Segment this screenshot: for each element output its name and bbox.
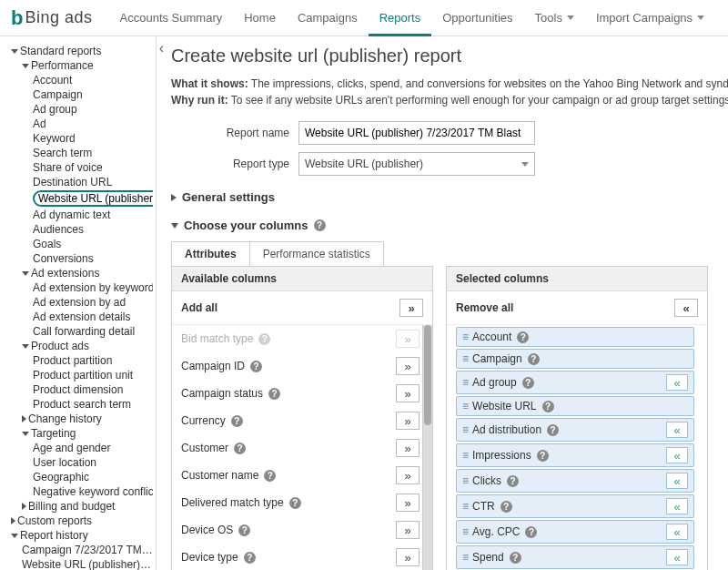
selected-column-account[interactable]: ≡Account? <box>456 327 694 347</box>
sidebar-prod-search-term[interactable]: Product search term <box>7 397 153 412</box>
drag-handle-icon[interactable]: ≡ <box>462 449 467 462</box>
selected-column-impressions[interactable]: ≡Impressions?« <box>456 443 694 467</box>
add-column-button[interactable]: » <box>396 548 420 566</box>
sidebar-performance[interactable]: Performance <box>7 58 153 73</box>
remove-column-button[interactable]: « <box>666 374 688 391</box>
selected-column-ad-distribution[interactable]: ≡Ad distribution?« <box>456 418 694 442</box>
help-icon[interactable]: ? <box>510 552 521 564</box>
sidebar-campaign[interactable]: Campaign <box>7 87 153 102</box>
sidebar-goals[interactable]: Goals <box>7 237 153 251</box>
sidebar-user-location[interactable]: User location <box>7 455 153 470</box>
drag-handle-icon[interactable]: ≡ <box>462 331 467 343</box>
selected-column-clicks[interactable]: ≡Clicks?« <box>456 469 694 493</box>
help-icon[interactable]: ? <box>500 501 512 513</box>
sidebar-collapse-button[interactable]: ‹ <box>159 40 164 56</box>
remove-column-button[interactable]: « <box>666 524 688 540</box>
drag-handle-icon[interactable]: ≡ <box>462 423 467 436</box>
sidebar-change-history[interactable]: Change history <box>7 412 153 426</box>
sidebar-share-of-voice[interactable]: Share of voice <box>7 160 153 175</box>
add-column-button[interactable]: » <box>396 384 420 402</box>
nav-campaigns[interactable]: Campaigns <box>287 0 369 36</box>
add-column-button[interactable]: » <box>396 439 420 457</box>
sidebar-custom-reports[interactable]: Custom reports <box>7 514 153 528</box>
add-all-button[interactable]: » <box>399 299 423 317</box>
help-icon[interactable]: ? <box>314 219 326 231</box>
sidebar-product-ads[interactable]: Product ads <box>7 339 153 353</box>
help-icon[interactable]: ? <box>244 552 256 564</box>
drag-handle-icon[interactable]: ≡ <box>462 551 467 564</box>
help-icon[interactable]: ? <box>517 331 529 343</box>
help-icon[interactable]: ? <box>264 470 276 482</box>
drag-handle-icon[interactable]: ≡ <box>462 376 467 389</box>
sidebar-keyword[interactable]: Keyword <box>7 131 153 146</box>
remove-column-button[interactable]: « <box>666 473 688 489</box>
choose-columns-section[interactable]: Choose your columns ? <box>171 219 728 232</box>
selected-column-ctr[interactable]: ≡CTR?« <box>456 494 694 518</box>
sidebar-search-term[interactable]: Search term <box>7 146 153 160</box>
add-column-button[interactable]: » <box>396 466 420 484</box>
help-icon[interactable]: ? <box>507 475 519 487</box>
help-icon[interactable]: ? <box>258 333 270 345</box>
drag-handle-icon[interactable]: ≡ <box>462 352 467 365</box>
help-icon[interactable]: ? <box>250 361 262 372</box>
sidebar-ext-by-keyword[interactable]: Ad extension by keyword <box>7 280 153 295</box>
selected-column-website-url[interactable]: ≡Website URL? <box>456 396 694 416</box>
nav-reports[interactable]: Reports <box>369 0 432 36</box>
sidebar-ad-group[interactable]: Ad group <box>7 102 153 117</box>
remove-column-button[interactable]: « <box>666 422 688 438</box>
sidebar-prod-partition-unit[interactable]: Product partition unit <box>7 368 153 382</box>
help-icon[interactable]: ? <box>289 497 301 509</box>
sidebar-targeting[interactable]: Targeting <box>7 426 153 441</box>
add-column-button[interactable]: » <box>396 357 420 375</box>
sidebar-geographic[interactable]: Geographic <box>7 470 153 484</box>
drag-handle-icon[interactable]: ≡ <box>462 500 467 513</box>
sidebar-neg-kw[interactable]: Negative keyword conflicts <box>7 484 153 499</box>
nav-import-campaigns[interactable]: Import Campaigns <box>585 0 715 36</box>
remove-column-button[interactable]: « <box>666 549 688 565</box>
general-settings-section[interactable]: General settings <box>171 190 728 204</box>
add-column-button[interactable]: » <box>396 494 420 512</box>
help-icon[interactable]: ? <box>234 443 246 454</box>
help-icon[interactable]: ? <box>525 526 537 538</box>
sidebar-account[interactable]: Account <box>7 73 153 87</box>
nav-accounts-summary[interactable]: Accounts Summary <box>109 0 234 36</box>
sidebar-conversions[interactable]: Conversions <box>7 251 153 266</box>
sidebar-report-history[interactable]: Report history <box>7 528 153 543</box>
add-all-label[interactable]: Add all <box>181 301 217 314</box>
drag-handle-icon[interactable]: ≡ <box>462 474 467 487</box>
sidebar-history-item[interactable]: Website URL (publisher)… <box>7 557 153 570</box>
nav-tools[interactable]: Tools <box>524 0 585 36</box>
sidebar-history-item[interactable]: Campaign 7/23/2017 TM… <box>7 543 153 557</box>
sidebar-destination-url[interactable]: Destination URL <box>7 175 153 189</box>
scrollbar-thumb[interactable] <box>424 325 431 425</box>
sidebar-age-gender[interactable]: Age and gender <box>7 441 153 455</box>
selected-column-campaign[interactable]: ≡Campaign? <box>456 349 694 369</box>
drag-handle-icon[interactable]: ≡ <box>462 400 467 412</box>
sidebar-ext-call-fwd[interactable]: Call forwarding detail <box>7 324 153 339</box>
help-icon[interactable]: ? <box>231 415 243 427</box>
tab-attributes[interactable]: Attributes <box>172 242 250 266</box>
report-name-input[interactable] <box>298 121 535 145</box>
help-icon[interactable]: ? <box>238 524 250 536</box>
sidebar-prod-partition[interactable]: Product partition <box>7 353 153 368</box>
remove-all-button[interactable]: « <box>674 299 698 317</box>
help-icon[interactable]: ? <box>537 450 549 462</box>
nav-opportunities[interactable]: Opportunities <box>431 0 523 36</box>
sidebar-ext-details[interactable]: Ad extension details <box>7 310 153 324</box>
selected-column-avg-cpc[interactable]: ≡Avg. CPC?« <box>456 520 694 544</box>
add-column-button[interactable]: » <box>396 412 420 430</box>
selected-column-spend[interactable]: ≡Spend?« <box>456 545 694 569</box>
sidebar-ext-by-ad[interactable]: Ad extension by ad <box>7 295 153 310</box>
sidebar-ad-extensions[interactable]: Ad extensions <box>7 266 153 280</box>
remove-column-button[interactable]: « <box>666 447 688 463</box>
sidebar-ad-dynamic-text[interactable]: Ad dynamic text <box>7 208 153 222</box>
report-type-select[interactable]: Website URL (publisher) <box>298 152 535 176</box>
sidebar-website-url-publisher[interactable]: Website URL (publisher) <box>7 189 153 208</box>
sidebar-ad[interactable]: Ad <box>7 117 153 131</box>
sidebar-billing-budget[interactable]: Billing and budget <box>7 499 153 514</box>
sidebar-standard-reports[interactable]: Standard reports <box>7 44 153 58</box>
help-icon[interactable]: ? <box>522 377 534 389</box>
add-column-button[interactable]: » <box>396 330 420 348</box>
help-icon[interactable]: ? <box>528 353 540 365</box>
help-icon[interactable]: ? <box>542 401 554 412</box>
